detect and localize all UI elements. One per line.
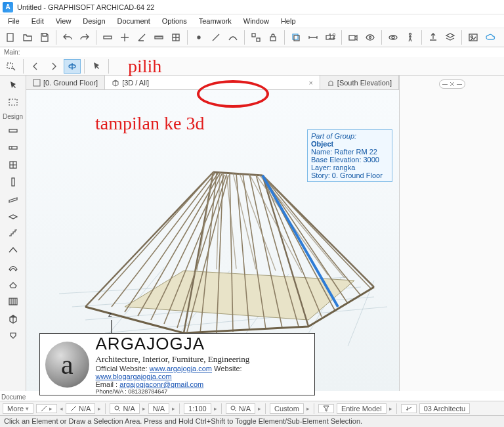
measure-icon[interactable] bbox=[305, 30, 321, 45]
separator bbox=[381, 30, 382, 45]
orbit-icon[interactable] bbox=[385, 30, 401, 45]
separator bbox=[341, 30, 342, 45]
curtainwall-tool-icon[interactable] bbox=[4, 294, 22, 309]
menu-document[interactable]: Document bbox=[112, 16, 156, 26]
tooltip-name: Name: Rafter RM 22 bbox=[311, 148, 388, 156]
curve-icon[interactable] bbox=[225, 30, 241, 45]
undo-icon[interactable] bbox=[60, 30, 75, 45]
prev-icon[interactable] bbox=[27, 59, 44, 74]
stair-tool-icon[interactable] bbox=[4, 225, 22, 241]
chevron-right-icon[interactable]: ▸ bbox=[98, 405, 101, 412]
chevron-right-icon[interactable]: ▸ bbox=[142, 405, 146, 412]
svg-rect-8 bbox=[293, 34, 298, 39]
chevron-left-icon[interactable]: ◂ bbox=[60, 405, 63, 412]
menu-design[interactable]: Design bbox=[77, 16, 110, 26]
wall-tool-icon[interactable] bbox=[4, 123, 22, 139]
tab-label: [3D / All] bbox=[122, 79, 149, 87]
menu-options[interactable]: Options bbox=[157, 16, 192, 26]
wall-icon[interactable] bbox=[100, 30, 116, 45]
pen-mid-icon[interactable]: N/A bbox=[66, 403, 95, 414]
svg-point-18 bbox=[471, 36, 473, 38]
tab-south-elevation[interactable]: [South Elevation] bbox=[320, 76, 399, 89]
entire-model-chip[interactable]: Entire Model bbox=[337, 403, 387, 414]
morph-tool-icon[interactable] bbox=[4, 311, 22, 326]
beam-tool-icon[interactable] bbox=[4, 191, 22, 207]
zoom-na2[interactable]: N/A bbox=[148, 403, 169, 414]
marquee-arrow-icon[interactable] bbox=[3, 59, 20, 74]
chevron-right-icon[interactable]: ▸ bbox=[258, 405, 261, 412]
door-tool-icon[interactable] bbox=[4, 140, 22, 156]
snap-angle-icon[interactable] bbox=[134, 30, 150, 45]
layer-icon[interactable] bbox=[442, 30, 458, 45]
tab-3d-all[interactable]: [3D / All] × bbox=[105, 76, 320, 89]
svg-point-16 bbox=[410, 34, 411, 35]
redo-icon[interactable] bbox=[77, 30, 93, 45]
edge-icon[interactable] bbox=[208, 30, 224, 45]
orbit-mode-icon[interactable] bbox=[64, 59, 81, 74]
arrow-select-icon[interactable] bbox=[4, 78, 22, 93]
menu-teamwork[interactable]: Teamwork bbox=[194, 16, 237, 26]
separator bbox=[461, 30, 462, 45]
snap-perp-icon[interactable] bbox=[117, 30, 133, 45]
grid-snap-icon[interactable] bbox=[168, 30, 184, 45]
link-site2[interactable]: www.blogargajogja.com bbox=[96, 372, 172, 380]
watermark-website: Official Website: www.argajogja.com Webs… bbox=[96, 365, 309, 380]
separator bbox=[314, 403, 314, 414]
chevron-right-icon[interactable]: ▸ bbox=[172, 405, 175, 412]
arch-chip[interactable]: 03 Architectu bbox=[419, 403, 471, 414]
suspend-group-icon[interactable] bbox=[248, 30, 264, 45]
tab-ground-floor[interactable]: [0. Ground Floor] bbox=[26, 76, 105, 89]
scissors-icon bbox=[450, 82, 454, 86]
status-bar: Click an Element or Draw a Selection Are… bbox=[0, 415, 504, 427]
pen-left-icon[interactable]: ▸ bbox=[36, 404, 57, 413]
skylight-tool-icon[interactable] bbox=[4, 277, 22, 292]
more-button[interactable]: More ▾ bbox=[3, 403, 33, 414]
filter-icon[interactable] bbox=[318, 404, 334, 413]
camera-icon[interactable] bbox=[345, 30, 361, 45]
object-tool-icon[interactable] bbox=[4, 328, 22, 344]
point-icon[interactable] bbox=[191, 30, 207, 45]
chevron-right-icon[interactable]: ▸ bbox=[389, 405, 392, 412]
svg-rect-9 bbox=[294, 35, 299, 41]
link-email[interactable]: argajogjaconr@gmail.com bbox=[119, 380, 203, 388]
render-icon[interactable] bbox=[465, 30, 481, 45]
cutplane-icon[interactable] bbox=[401, 404, 417, 413]
svg-rect-7 bbox=[270, 37, 276, 41]
menu-file[interactable]: File bbox=[3, 16, 25, 26]
marquee-icon[interactable] bbox=[4, 95, 22, 110]
zoom-na1[interactable]: N/A bbox=[110, 403, 139, 414]
trace-ref-icon[interactable] bbox=[288, 30, 304, 45]
ruler-icon[interactable] bbox=[151, 30, 167, 45]
separator bbox=[84, 59, 85, 74]
zoom-na3[interactable]: N/A bbox=[226, 403, 255, 414]
chevron-right-icon[interactable]: ▸ bbox=[214, 405, 217, 412]
close-tab-icon[interactable]: × bbox=[308, 79, 312, 87]
save-icon[interactable] bbox=[37, 30, 52, 45]
svg-rect-1 bbox=[104, 36, 112, 39]
menu-window[interactable]: Window bbox=[238, 16, 274, 26]
next-icon[interactable] bbox=[45, 59, 62, 74]
panel-collapse-toggle[interactable] bbox=[439, 79, 465, 89]
arrow-tool-icon[interactable] bbox=[88, 59, 105, 74]
chevron-right-icon[interactable]: ▸ bbox=[306, 405, 310, 412]
lock-icon[interactable] bbox=[265, 30, 281, 45]
window-tool-icon[interactable] bbox=[4, 157, 22, 173]
menu-help[interactable]: Help bbox=[276, 16, 301, 26]
walk-icon[interactable] bbox=[402, 30, 418, 45]
custom-chip[interactable]: Custom bbox=[270, 403, 304, 414]
new-file-icon[interactable] bbox=[3, 30, 18, 45]
menu-edit[interactable]: Edit bbox=[26, 16, 49, 26]
eye-icon[interactable] bbox=[362, 30, 378, 45]
dimension-icon[interactable]: 12 bbox=[322, 30, 338, 45]
publish-icon[interactable] bbox=[425, 30, 441, 45]
menu-view[interactable]: View bbox=[51, 16, 77, 26]
cloud-icon[interactable] bbox=[482, 30, 498, 45]
roof-tool-icon[interactable] bbox=[4, 242, 22, 258]
open-folder-icon[interactable] bbox=[20, 30, 35, 45]
slab-tool-icon[interactable] bbox=[4, 208, 22, 224]
shell-tool-icon[interactable] bbox=[4, 259, 22, 275]
scale-chip[interactable]: 1:100 bbox=[184, 403, 211, 414]
watermark-phone: Phone/WA : 081328784647 bbox=[96, 388, 309, 395]
link-site1[interactable]: www.argajogja.com bbox=[150, 365, 212, 372]
column-tool-icon[interactable] bbox=[4, 174, 22, 190]
